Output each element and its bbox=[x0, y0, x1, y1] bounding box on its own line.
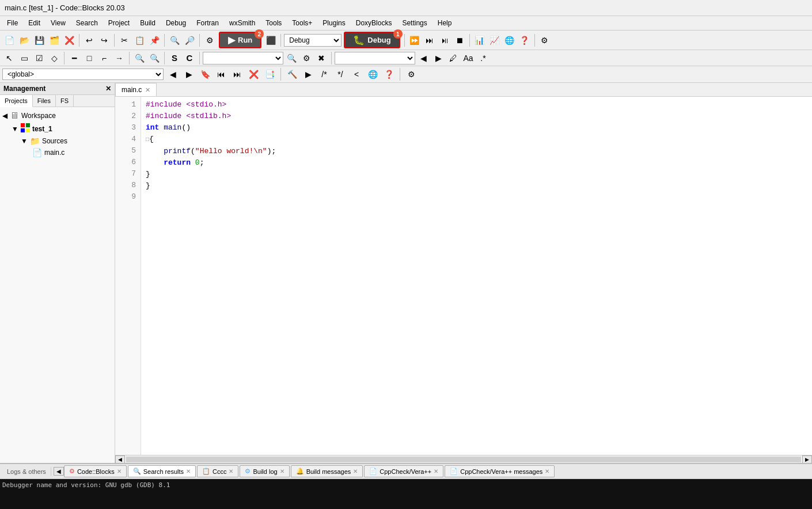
project-node[interactable]: ▼ test_1 bbox=[2, 122, 112, 135]
bookmark-prev[interactable]: ⏮ bbox=[214, 67, 228, 81]
global-nav-right[interactable]: ▶ bbox=[182, 67, 196, 81]
menu-wxsmith[interactable]: wxSmith bbox=[225, 17, 260, 29]
close-button[interactable]: ❌ bbox=[62, 33, 76, 47]
rect-tool[interactable]: ▭ bbox=[17, 51, 31, 65]
highlight-btn[interactable]: 🖊 bbox=[446, 51, 460, 65]
symbol-dropdown[interactable] bbox=[203, 52, 283, 64]
menu-help[interactable]: Help bbox=[433, 17, 457, 29]
global-dropdown[interactable]: <global> bbox=[2, 69, 164, 80]
replace-button[interactable]: 🔎 bbox=[183, 33, 196, 47]
save-button[interactable]: 💾 bbox=[32, 33, 46, 47]
sources-node[interactable]: ▼ 📁 Sources bbox=[2, 135, 112, 147]
find-button[interactable]: 🔍 bbox=[168, 33, 181, 47]
web-btn[interactable]: 🌐 bbox=[503, 33, 517, 47]
scroll-right-btn[interactable]: ▶ bbox=[802, 455, 812, 464]
mainc-node[interactable]: 📄 main.c bbox=[2, 147, 112, 158]
run-btn2[interactable]: ▶ bbox=[301, 67, 315, 81]
panel-close-icon[interactable]: ✕ bbox=[105, 85, 111, 93]
code-area[interactable]: 1 2 3 4 5 6 7 8 9 #include <stdio.h> #in… bbox=[115, 97, 812, 455]
global-nav-left[interactable]: ◀ bbox=[166, 67, 180, 81]
tabs-scroll-left[interactable]: ◀ bbox=[54, 467, 64, 476]
bottom-tab-cb-close[interactable]: ✕ bbox=[117, 468, 122, 474]
sym-search-btn[interactable]: 🔍 bbox=[284, 51, 298, 65]
zoom-in[interactable]: 🔍 bbox=[132, 51, 146, 65]
undo-button[interactable]: ↩ bbox=[82, 33, 96, 47]
menu-plugins[interactable]: Plugins bbox=[318, 17, 350, 29]
menu-project[interactable]: Project bbox=[104, 17, 134, 29]
debug-toolbar-btn1[interactable]: ⏩ bbox=[408, 33, 422, 47]
clear-btn[interactable]: ✖ bbox=[314, 51, 328, 65]
bottom-tab-cppcheck-close[interactable]: ✕ bbox=[434, 468, 438, 474]
debug-toolbar-btn3[interactable]: ⏯ bbox=[438, 33, 451, 47]
tab-files[interactable]: Files bbox=[33, 95, 56, 107]
editor-tab-mainc[interactable]: main.c ✕ bbox=[115, 83, 157, 96]
bottom-tab-search-results[interactable]: 🔍 Search results ✕ bbox=[128, 465, 196, 477]
extra-btn2[interactable]: 📈 bbox=[488, 33, 502, 47]
bottom-tab-buildmsg-close[interactable]: ✕ bbox=[353, 468, 358, 474]
help-btn2[interactable]: ❓ bbox=[518, 33, 532, 47]
bottom-tab-cppcheck2[interactable]: 📄 CppCheck/Vera++ messages ✕ bbox=[445, 465, 555, 477]
lessthan-btn[interactable]: < bbox=[350, 67, 363, 81]
open-button[interactable]: 📂 bbox=[17, 33, 31, 47]
box-tool[interactable]: □ bbox=[82, 51, 96, 65]
menu-doxyblocks[interactable]: DoxyBlocks bbox=[351, 17, 397, 29]
config-btn2[interactable]: ⚙ bbox=[404, 67, 418, 81]
menu-view[interactable]: View bbox=[46, 17, 70, 29]
horizontal-scrollbar[interactable]: ◀ ▶ bbox=[115, 455, 812, 463]
S-btn[interactable]: S bbox=[168, 51, 181, 65]
bottom-tab-cccc[interactable]: 📋 Cccc ✕ bbox=[197, 465, 238, 477]
func-dropdown[interactable] bbox=[335, 52, 415, 64]
new-button[interactable]: 📄 bbox=[2, 33, 16, 47]
menu-fortran[interactable]: Fortran bbox=[192, 17, 223, 29]
uncomment-btn[interactable]: */ bbox=[333, 67, 347, 81]
zoom-out[interactable]: 🔍 bbox=[147, 51, 161, 65]
regex-btn[interactable]: .* bbox=[476, 51, 490, 65]
cut-button[interactable]: ✂ bbox=[117, 33, 131, 47]
run-button[interactable]: ▶ Run 2 bbox=[219, 32, 261, 48]
extra-btn3[interactable]: ⚙ bbox=[538, 33, 552, 47]
sym-config-btn[interactable]: ⚙ bbox=[299, 51, 313, 65]
tab-projects[interactable]: Projects bbox=[0, 95, 33, 107]
help-btn3[interactable]: ❓ bbox=[382, 67, 396, 81]
debug-config-dropdown[interactable]: Debug bbox=[284, 34, 342, 47]
prev-arrow[interactable]: ◀ bbox=[416, 51, 430, 65]
bottom-tab-buildlog[interactable]: ⚙ Build log ✕ bbox=[240, 465, 289, 477]
menu-build[interactable]: Build bbox=[135, 17, 160, 29]
settings-btn[interactable]: ⚙ bbox=[203, 33, 217, 47]
tab-fs[interactable]: FS bbox=[56, 95, 74, 107]
bookmark-next[interactable]: ⏭ bbox=[230, 67, 244, 81]
bookmark-btn[interactable]: 🔖 bbox=[198, 67, 212, 81]
scroll-track[interactable] bbox=[126, 457, 801, 462]
save-all-button[interactable]: 🗂️ bbox=[47, 33, 61, 47]
build-btn[interactable]: 🔨 bbox=[285, 67, 299, 81]
bottom-tab-codeblocks[interactable]: ⚙ Code::Blocks ✕ bbox=[64, 465, 127, 477]
bottom-tab-buildlog-close[interactable]: ✕ bbox=[280, 468, 284, 474]
debug-button[interactable]: 🐛 Debug 1 bbox=[344, 32, 400, 48]
editor-tab-close-icon[interactable]: ✕ bbox=[145, 86, 150, 94]
bottom-tab-cppcheck2-close[interactable]: ✕ bbox=[545, 468, 549, 474]
debug-stop-btn[interactable]: ⏹ bbox=[453, 33, 466, 47]
bracket-tool[interactable]: ⌐ bbox=[97, 51, 111, 65]
line-tool[interactable]: ━ bbox=[67, 51, 81, 65]
extra-btn1[interactable]: 📊 bbox=[473, 33, 487, 47]
bookmark-clear[interactable]: ❌ bbox=[246, 67, 260, 81]
redo-button[interactable]: ↪ bbox=[97, 33, 111, 47]
cursor-tool[interactable]: ↖ bbox=[2, 51, 16, 65]
bottom-tab-cccc-close[interactable]: ✕ bbox=[229, 468, 233, 474]
paste-button[interactable]: 📌 bbox=[147, 33, 161, 47]
match-case-btn[interactable]: Aa bbox=[461, 51, 475, 65]
diamond-tool[interactable]: ◇ bbox=[47, 51, 61, 65]
menu-edit[interactable]: Edit bbox=[24, 17, 45, 29]
web-btn2[interactable]: 🌐 bbox=[366, 67, 380, 81]
code-content[interactable]: #include <stdio.h> #include <stdlib.h> i… bbox=[141, 97, 812, 455]
arrow-tool[interactable]: → bbox=[112, 51, 126, 65]
C-btn[interactable]: C bbox=[183, 51, 196, 65]
next-arrow[interactable]: ▶ bbox=[431, 51, 445, 65]
copy-button[interactable]: 📋 bbox=[132, 33, 146, 47]
scroll-left-btn[interactable]: ◀ bbox=[115, 455, 125, 464]
comment-btn[interactable]: /* bbox=[317, 67, 331, 81]
menu-toolsplus[interactable]: Tools+ bbox=[287, 17, 317, 29]
bottom-tab-cppcheck[interactable]: 📄 CppCheck/Vera++ ✕ bbox=[364, 465, 443, 477]
check-tool[interactable]: ☑ bbox=[32, 51, 46, 65]
menu-file[interactable]: File bbox=[2, 17, 22, 29]
